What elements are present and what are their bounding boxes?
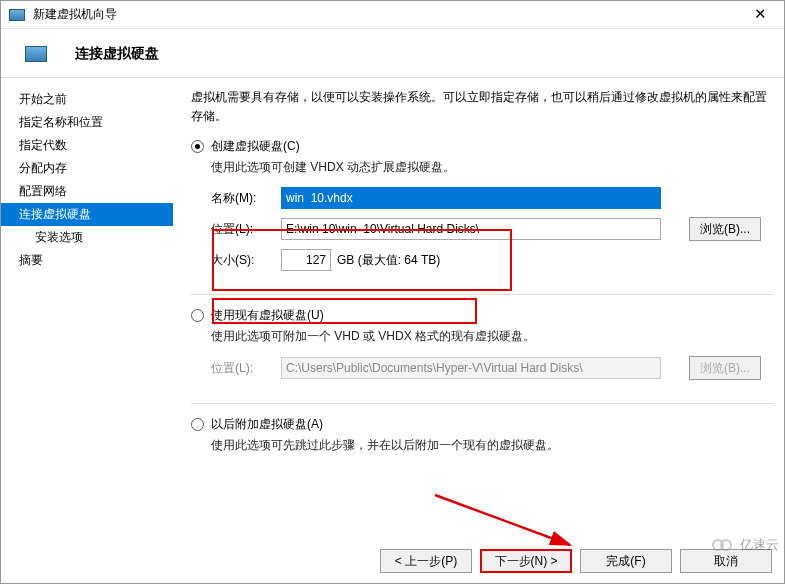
page-title: 连接虚拟硬盘 xyxy=(75,45,159,63)
step-before-begin[interactable]: 开始之前 xyxy=(1,88,173,111)
watermark-text: 亿速云 xyxy=(740,536,779,554)
body: 开始之前 指定名称和位置 指定代数 分配内存 配置网络 连接虚拟硬盘 安装选项 … xyxy=(1,78,784,541)
watermark: 亿速云 xyxy=(712,536,779,554)
size-label: 大小(S): xyxy=(211,252,281,269)
existing-help-text: 使用此选项可附加一个 VHD 或 VHDX 格式的现有虚拟硬盘。 xyxy=(211,328,774,345)
radio-attach-later[interactable] xyxy=(191,418,204,431)
divider xyxy=(191,294,774,295)
next-button[interactable]: 下一步(N) > xyxy=(480,549,572,573)
disk-size-input[interactable] xyxy=(281,249,331,271)
main-panel: 虚拟机需要具有存储，以便可以安装操作系统。可以立即指定存储，也可以稍后通过修改虚… xyxy=(173,78,784,541)
existing-location-label: 位置(L): xyxy=(211,360,281,377)
radio-create-label: 创建虚拟硬盘(C) xyxy=(211,138,300,155)
prev-button[interactable]: < 上一步(P) xyxy=(380,549,472,573)
location-label: 位置(L): xyxy=(211,221,281,238)
radio-existing-disk[interactable] xyxy=(191,309,204,322)
existing-location-input xyxy=(281,357,661,379)
option-attach-later: 以后附加虚拟硬盘(A) 使用此选项可先跳过此步骤，并在以后附加一个现有的虚拟硬盘… xyxy=(191,416,774,454)
step-memory[interactable]: 分配内存 xyxy=(1,157,173,180)
close-button[interactable]: ✕ xyxy=(744,4,776,26)
titlebar: 新建虚拟机向导 ✕ xyxy=(1,1,784,29)
radio-create-disk[interactable] xyxy=(191,140,204,153)
browse-button[interactable]: 浏览(B)... xyxy=(689,217,761,241)
watermark-icon xyxy=(712,537,736,553)
step-install-options[interactable]: 安装选项 xyxy=(1,226,173,249)
step-connect-disk[interactable]: 连接虚拟硬盘 xyxy=(1,203,173,226)
step-name-location[interactable]: 指定名称和位置 xyxy=(1,111,173,134)
later-help-text: 使用此选项可先跳过此步骤，并在以后附加一个现有的虚拟硬盘。 xyxy=(211,437,774,454)
size-unit: GB (最大值: 64 TB) xyxy=(337,252,440,269)
step-generation[interactable]: 指定代数 xyxy=(1,134,173,157)
step-summary[interactable]: 摘要 xyxy=(1,249,173,272)
step-network[interactable]: 配置网络 xyxy=(1,180,173,203)
create-help-text: 使用此选项可创建 VHDX 动态扩展虚拟硬盘。 xyxy=(211,159,774,176)
name-label: 名称(M): xyxy=(211,190,281,207)
wizard-footer: < 上一步(P) 下一步(N) > 完成(F) 取消 xyxy=(1,541,784,583)
header-icon xyxy=(25,46,47,62)
option-create-disk: 创建虚拟硬盘(C) 使用此选项可创建 VHDX 动态扩展虚拟硬盘。 名称(M):… xyxy=(191,138,774,280)
divider2 xyxy=(191,403,774,404)
radio-later-label: 以后附加虚拟硬盘(A) xyxy=(211,416,323,433)
existing-browse-button: 浏览(B)... xyxy=(689,356,761,380)
app-icon xyxy=(9,9,25,21)
option-existing-disk: 使用现有虚拟硬盘(U) 使用此选项可附加一个 VHD 或 VHDX 格式的现有虚… xyxy=(191,307,774,389)
page-description: 虚拟机需要具有存储，以便可以安装操作系统。可以立即指定存储，也可以稍后通过修改虚… xyxy=(191,88,774,126)
disk-location-input[interactable] xyxy=(281,218,661,240)
wizard-window: 新建虚拟机向导 ✕ 连接虚拟硬盘 开始之前 指定名称和位置 指定代数 分配内存 … xyxy=(0,0,785,584)
window-title: 新建虚拟机向导 xyxy=(33,6,744,23)
page-header: 连接虚拟硬盘 xyxy=(1,29,784,78)
radio-existing-label: 使用现有虚拟硬盘(U) xyxy=(211,307,324,324)
disk-name-input[interactable] xyxy=(281,187,661,209)
finish-button[interactable]: 完成(F) xyxy=(580,549,672,573)
wizard-steps-sidebar: 开始之前 指定名称和位置 指定代数 分配内存 配置网络 连接虚拟硬盘 安装选项 … xyxy=(1,78,173,541)
